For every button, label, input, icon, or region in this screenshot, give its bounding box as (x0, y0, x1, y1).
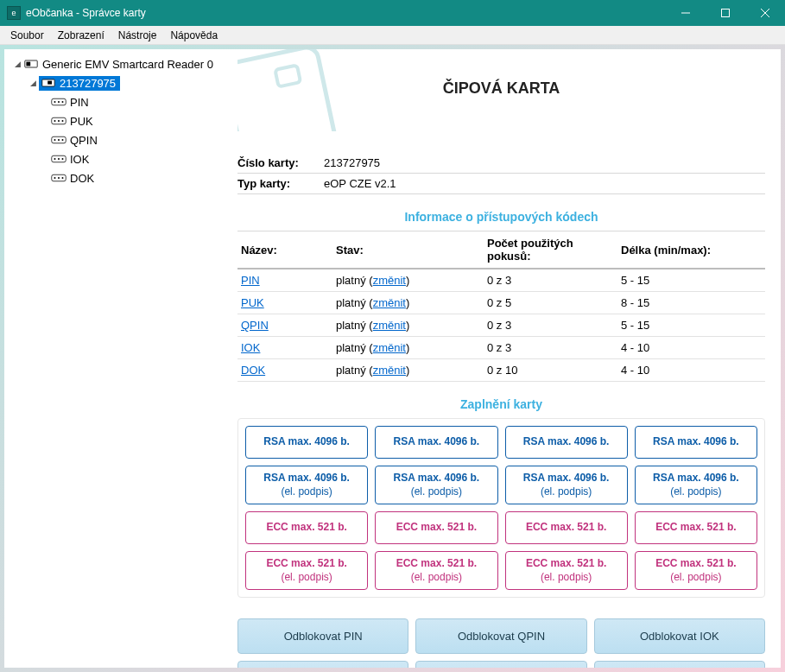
col-length: Délka (min/max): (617, 231, 765, 269)
unblock-qpin-button[interactable]: Odblokovat QPIN (415, 618, 586, 654)
change-puk-button[interactable]: Změnit PUK (594, 661, 765, 668)
change-pin-button[interactable]: Změnit PIN (237, 661, 408, 668)
tree-item-label: IOK (70, 153, 89, 166)
tree-card-row[interactable]: ◢ 213727975 (8, 73, 224, 92)
svg-point-18 (58, 139, 60, 141)
slot-rsa-sig[interactable]: RSA max. 4096 b.(el. podpis) (375, 466, 497, 504)
maximize-button[interactable] (706, 0, 745, 26)
svg-point-21 (54, 158, 56, 160)
slot-ecc-sig[interactable]: ECC max. 521 b.(el. podpis) (635, 551, 757, 590)
collapse-icon[interactable]: ◢ (11, 60, 23, 68)
tree-reader-row[interactable]: ◢ Generic EMV Smartcard Reader 0 (8, 54, 224, 73)
col-state: Stav: (332, 231, 484, 269)
code-length: 4 - 10 (617, 359, 765, 382)
slot-rsa-sig[interactable]: RSA max. 4096 b.(el. podpis) (635, 466, 757, 504)
svg-point-19 (62, 139, 64, 141)
svg-point-13 (54, 120, 56, 122)
minimize-button[interactable] (666, 0, 706, 26)
slot-rsa[interactable]: RSA max. 4096 b. (375, 426, 497, 459)
card-number-label: Číslo karty: (237, 156, 324, 169)
reader-icon (23, 58, 39, 70)
fill-section-title: Zaplnění karty (237, 397, 765, 411)
code-change-link[interactable]: změnit (373, 319, 406, 332)
svg-rect-5 (26, 62, 30, 67)
code-length: 4 - 10 (617, 337, 765, 359)
code-length: 5 - 15 (617, 314, 765, 337)
slot-ecc[interactable]: ECC max. 521 b. (375, 511, 497, 544)
code-change-link[interactable]: změnit (373, 296, 406, 309)
code-change-link[interactable]: změnit (373, 341, 406, 354)
tree-item-label: PIN (70, 96, 89, 109)
svg-point-22 (58, 158, 60, 160)
titlebar: e eObčanka - Správce karty (0, 0, 785, 26)
svg-point-27 (62, 177, 64, 179)
menu-help[interactable]: Nápověda (163, 28, 225, 43)
svg-point-23 (62, 158, 64, 160)
code-change-link[interactable]: změnit (373, 274, 406, 287)
menubar: Soubor Zobrazení Nástroje Nápověda (0, 26, 785, 45)
slot-ecc-sig[interactable]: ECC max. 521 b.(el. podpis) (245, 551, 368, 590)
slot-ecc-sig[interactable]: ECC max. 521 b.(el. podpis) (375, 551, 497, 590)
code-state: platný (změnit) (332, 269, 484, 292)
content-panel: ČIPOVÁ KARTA Číslo karty: 213727975 Typ … (227, 49, 781, 668)
app-icon: e (7, 6, 21, 20)
slot-rsa[interactable]: RSA max. 4096 b. (505, 426, 628, 459)
slot-ecc[interactable]: ECC max. 521 b. (505, 511, 628, 544)
tree-item-label: DOK (70, 172, 94, 185)
card-type-label: Typ karty: (237, 177, 324, 190)
tree-item-puk[interactable]: PUK (8, 111, 224, 130)
svg-point-14 (58, 120, 60, 122)
tree-item-label: PUK (70, 115, 93, 128)
tree-item-qpin[interactable]: QPIN (8, 130, 224, 149)
window-title: eObčanka - Správce karty (26, 7, 666, 19)
table-row: DOKplatný (změnit)0 z 104 - 10 (237, 359, 765, 382)
tree-card-label: 213727975 (60, 77, 116, 90)
menu-view[interactable]: Zobrazení (51, 28, 111, 43)
svg-point-10 (58, 101, 60, 103)
slot-rsa-sig[interactable]: RSA max. 4096 b.(el. podpis) (245, 466, 368, 504)
table-row: PINplatný (změnit)0 z 35 - 15 (237, 269, 765, 292)
col-attempts: Počet použitých pokusů: (484, 231, 617, 269)
slot-ecc-sig[interactable]: ECC max. 521 b.(el. podpis) (505, 551, 628, 590)
keypad-icon (51, 134, 66, 146)
keypad-icon (51, 172, 66, 184)
code-name-link[interactable]: IOK (241, 341, 260, 354)
slot-ecc[interactable]: ECC max. 521 b. (245, 511, 368, 544)
tree-item-pin[interactable]: PIN (8, 92, 224, 111)
change-qpin-button[interactable]: Změnit QPIN (415, 661, 586, 668)
code-change-link[interactable]: změnit (373, 364, 406, 377)
code-name-link[interactable]: PIN (241, 274, 260, 287)
code-attempts: 0 z 3 (484, 269, 617, 292)
svg-point-17 (54, 139, 56, 141)
code-name-link[interactable]: QPIN (241, 319, 269, 332)
card-type-value: eOP CZE v2.1 (324, 177, 396, 190)
slot-rsa-sig[interactable]: RSA max. 4096 b.(el. podpis) (505, 466, 628, 504)
code-name-link[interactable]: PUK (241, 296, 264, 309)
code-attempts: 0 z 5 (484, 292, 617, 314)
svg-point-11 (62, 101, 64, 103)
code-state: platný (změnit) (332, 337, 484, 359)
collapse-icon[interactable]: ◢ (27, 79, 39, 87)
menu-tools[interactable]: Nástroje (111, 28, 164, 43)
tree-item-label: QPIN (70, 134, 98, 147)
tree-item-dok[interactable]: DOK (8, 168, 224, 187)
keypad-icon (51, 96, 66, 108)
menu-file[interactable]: Soubor (3, 28, 51, 43)
code-state: platný (změnit) (332, 314, 484, 337)
tree-panel: ◢ Generic EMV Smartcard Reader 0 ◢ 21372… (4, 49, 227, 668)
unblock-pin-button[interactable]: Odblokovat PIN (237, 618, 408, 654)
window-controls (666, 0, 785, 26)
svg-point-25 (54, 177, 56, 179)
svg-point-9 (54, 101, 56, 103)
unblock-iok-button[interactable]: Odblokovat IOK (594, 618, 765, 654)
card-icon (41, 77, 56, 89)
slot-rsa[interactable]: RSA max. 4096 b. (635, 426, 757, 459)
slot-rsa[interactable]: RSA max. 4096 b. (245, 426, 368, 459)
tree-item-iok[interactable]: IOK (8, 149, 224, 168)
code-length: 5 - 15 (617, 269, 765, 292)
code-name-link[interactable]: DOK (241, 364, 265, 377)
slot-ecc[interactable]: ECC max. 521 b. (635, 511, 757, 544)
svg-point-15 (62, 120, 64, 122)
table-row: QPINplatný (změnit)0 z 35 - 15 (237, 314, 765, 337)
close-button[interactable] (745, 0, 785, 26)
